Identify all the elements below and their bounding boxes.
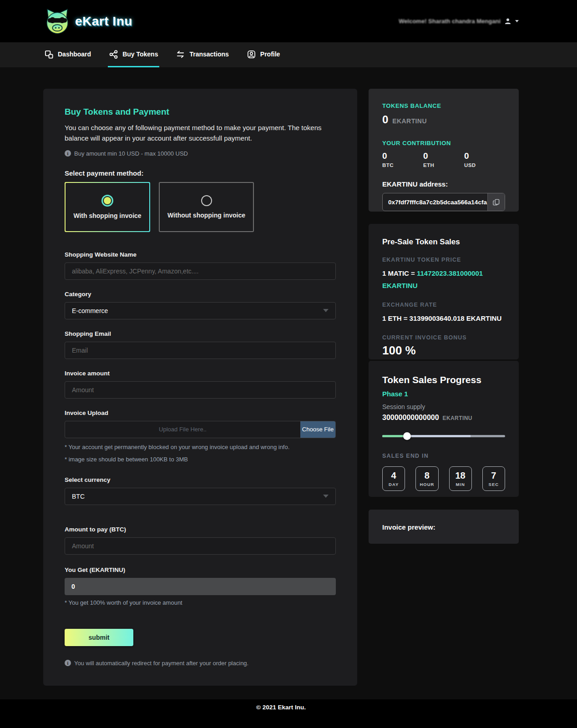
chevron-down-icon — [323, 309, 329, 312]
nav-item-transactions[interactable]: Transactions — [175, 42, 230, 67]
countdown-day: 4 DAY — [382, 466, 405, 491]
buy-tokens-card: Buy Tokens and Payment You can choose an… — [43, 89, 357, 686]
user-menu[interactable]: Welcome! Sharath chandra Mengani — [399, 18, 519, 25]
contribution-heading: YOUR CONTRIBUTION — [382, 140, 505, 147]
invoice-bonus-heading: CURRENT INVOICE BONUS — [382, 334, 505, 341]
email-label: Shopping Email — [65, 330, 336, 337]
countdown: 4 DAY 8 HOUR 18 MIN 7 SEC — [382, 466, 505, 491]
phase-label: Phase 1 — [382, 390, 505, 398]
payment-option-label: Without shopping invoice — [167, 212, 245, 219]
pig-logo-icon — [43, 8, 71, 35]
contribution-item-usd: 0 USD — [464, 151, 505, 168]
radio-selected-icon[interactable] — [101, 195, 113, 207]
invoice-preview-label: Invoice preview: — [382, 523, 505, 531]
brand-name: eKart Inu — [75, 14, 132, 29]
you-get-note: * You get 100% worth of your invoice amo… — [65, 599, 336, 606]
you-get-field — [65, 578, 336, 595]
token-sales-progress-panel: Token Sales Progress Phase 1 Session sup… — [369, 361, 519, 497]
progress-title: Token Sales Progress — [382, 374, 505, 385]
nav-item-profile[interactable]: Profile — [246, 42, 282, 67]
brand-logo[interactable]: eKart Inu — [43, 8, 132, 35]
token-price-value: 1 MATIC = 11472023.381000001 EKARTINU — [382, 267, 505, 292]
dashboard-icon — [45, 50, 53, 59]
buy-tokens-icon — [109, 50, 118, 59]
session-supply-value: 30000000000000 — [382, 414, 439, 422]
copy-icon — [492, 198, 500, 206]
sales-end-heading: SALES END IN — [382, 453, 505, 459]
nav-item-buy-tokens[interactable]: Buy Tokens — [108, 42, 159, 67]
payment-option-without-invoice[interactable]: Without shopping invoice — [159, 182, 254, 232]
website-input[interactable] — [65, 263, 336, 280]
buy-limit-note: Buy amount min 10 USD - max 10000 USD — [65, 150, 336, 157]
ekartinu-address-input[interactable] — [383, 193, 487, 211]
content-area: Buy Tokens and Payment You can choose an… — [0, 67, 577, 699]
payment-option-label: With shopping invoice — [73, 212, 141, 219]
submit-button[interactable]: submit — [65, 629, 133, 646]
info-icon — [65, 660, 71, 666]
tokens-balance-panel: TOKENS BALANCE 0 EKARTINU YOUR CONTRIBUT… — [369, 89, 519, 212]
choose-file-button[interactable]: Choose File — [300, 421, 335, 438]
nav-label: Profile — [260, 51, 280, 58]
invoice-amount-input[interactable] — [65, 381, 336, 399]
tokens-balance-unit: EKARTINU — [392, 117, 427, 125]
invoice-upload-label: Invoice Upload — [65, 410, 336, 416]
nav-label: Dashboard — [58, 51, 91, 58]
sales-progress-slider — [382, 432, 505, 440]
tokens-balance-value: 0 — [382, 113, 388, 126]
invoice-upload-dropzone[interactable]: Upload File Here.. Choose File — [65, 421, 336, 438]
address-box — [382, 193, 505, 211]
payment-method-label: Select payment method: — [65, 169, 336, 177]
invoice-amount-label: Invoice amount — [65, 370, 336, 377]
transactions-icon — [176, 50, 185, 59]
contribution-item-eth: 0 ETH — [423, 151, 464, 168]
profile-icon — [247, 50, 256, 59]
copyright-text: © 2021 Ekart Inu. — [256, 704, 306, 711]
amount-to-pay-label: Amount to pay (BTC) — [65, 526, 336, 533]
amount-to-pay-input[interactable] — [65, 537, 336, 555]
upload-warning-note: * Your account get permanently blocked o… — [65, 444, 336, 450]
session-supply-label: Session supply — [382, 403, 505, 410]
chevron-down-icon — [515, 20, 519, 22]
token-price-heading: EKARTINU TOKEN PRICE — [382, 257, 505, 263]
progress-thumb[interactable] — [403, 432, 411, 440]
footer: © 2021 Ekart Inu. — [0, 699, 577, 728]
website-label: Shopping Website Name — [65, 251, 336, 258]
countdown-hour: 8 HOUR — [415, 466, 438, 491]
presale-title: Pre-Sale Token Sales — [382, 238, 505, 247]
tokens-balance-heading: TOKENS BALANCE — [382, 102, 505, 109]
info-icon — [65, 150, 71, 157]
contribution-item-btc: 0 BTC — [382, 151, 423, 168]
category-select[interactable]: E-commerce — [65, 302, 336, 319]
radio-unselected-icon[interactable] — [201, 195, 212, 206]
payment-method-options: With shopping invoice Without shopping i… — [65, 182, 336, 232]
sidebar: TOKENS BALANCE 0 EKARTINU YOUR CONTRIBUT… — [369, 89, 519, 686]
nav-item-dashboard[interactable]: Dashboard — [43, 42, 92, 67]
currency-select[interactable]: BTC — [65, 488, 336, 505]
invoice-preview-panel: Invoice preview: — [369, 510, 519, 544]
address-label: EKARTINU address: — [382, 180, 505, 188]
contribution-row: 0 BTC 0 ETH 0 USD — [382, 151, 505, 168]
header: eKart Inu Welcome! Sharath chandra Menga… — [0, 0, 577, 42]
email-field[interactable] — [65, 342, 336, 359]
countdown-sec: 7 SEC — [482, 466, 505, 491]
welcome-text: Welcome! Sharath chandra Mengani — [399, 18, 501, 25]
currency-label: Select currency — [65, 476, 336, 483]
nav-label: Transactions — [189, 51, 228, 58]
invoice-bonus-value: 100 % — [382, 344, 505, 358]
redirect-note: You will automatically redirect for paym… — [65, 660, 336, 667]
nav-label: Buy Tokens — [122, 51, 158, 58]
main-nav: Dashboard Buy Tokens Transactions Profil… — [0, 42, 577, 67]
presale-panel: Pre-Sale Token Sales EKARTINU TOKEN PRIC… — [369, 224, 519, 359]
page-description: You can choose any of following payment … — [65, 122, 336, 144]
chevron-down-icon — [323, 495, 329, 498]
user-icon — [504, 18, 511, 25]
session-supply-unit: EKARTINU — [443, 415, 472, 421]
copy-address-button[interactable] — [487, 193, 505, 211]
exchange-rate-value: 1 ETH = 31399003640.018 EKARTINU — [382, 312, 505, 324]
countdown-min: 18 MIN — [449, 466, 472, 491]
category-label: Category — [65, 291, 336, 298]
exchange-rate-heading: EXCHANGE RATE — [382, 302, 505, 308]
page-title: Buy Tokens and Payment — [65, 107, 336, 117]
payment-option-with-invoice[interactable]: With shopping invoice — [65, 182, 150, 232]
you-get-label: You Get (EKARTINU) — [65, 566, 336, 573]
